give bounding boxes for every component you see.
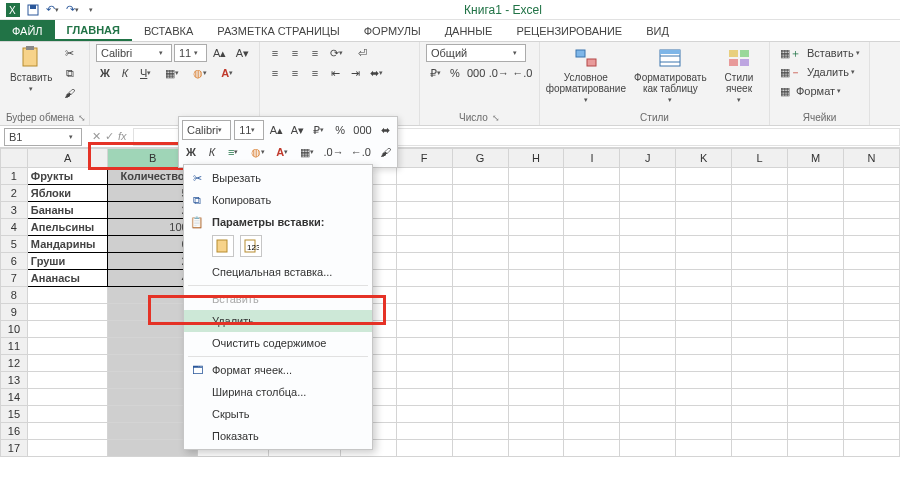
align-middle-icon[interactable]: ≡ <box>286 44 304 62</box>
grow-font-icon[interactable]: A▴ <box>209 44 230 62</box>
mini-format-painter-icon[interactable]: 🖌 <box>376 142 394 162</box>
cell[interactable] <box>27 287 108 304</box>
cell[interactable] <box>732 389 788 406</box>
cell[interactable] <box>452 423 508 440</box>
col-header-K[interactable]: K <box>676 149 732 168</box>
cell[interactable] <box>676 219 732 236</box>
tab-home[interactable]: ГЛАВНАЯ <box>55 20 132 41</box>
cell[interactable] <box>620 406 676 423</box>
cell[interactable] <box>564 253 620 270</box>
cell[interactable] <box>844 287 900 304</box>
col-header-A[interactable]: A <box>27 149 108 168</box>
cell[interactable] <box>676 372 732 389</box>
cell[interactable] <box>452 287 508 304</box>
cell[interactable] <box>508 372 564 389</box>
cell[interactable] <box>396 423 452 440</box>
col-header-F[interactable]: F <box>396 149 452 168</box>
align-top-icon[interactable]: ≡ <box>266 44 284 62</box>
mini-currency-icon[interactable]: ₽▾ <box>309 120 328 140</box>
cell[interactable] <box>508 423 564 440</box>
cell[interactable] <box>452 440 508 457</box>
cell[interactable] <box>676 355 732 372</box>
cell[interactable] <box>676 270 732 287</box>
wrap-text-icon[interactable]: ⏎ <box>353 44 371 62</box>
mini-merge-icon[interactable]: ⬌ <box>376 120 394 140</box>
cell[interactable] <box>844 304 900 321</box>
cell[interactable] <box>620 236 676 253</box>
cell[interactable] <box>676 321 732 338</box>
ctx-column-width[interactable]: Ширина столбца... <box>184 381 372 403</box>
cell[interactable] <box>676 287 732 304</box>
percent-icon[interactable]: % <box>446 64 464 82</box>
cell[interactable] <box>732 202 788 219</box>
align-center-icon[interactable]: ≡ <box>286 64 304 82</box>
cell[interactable]: Бананы <box>27 202 108 219</box>
cell[interactable] <box>27 304 108 321</box>
cell[interactable] <box>564 185 620 202</box>
cut-icon[interactable]: ✂ <box>60 44 79 62</box>
cell[interactable] <box>788 253 844 270</box>
cell[interactable] <box>564 168 620 185</box>
dialog-launcher-icon[interactable]: ⤡ <box>74 113 86 123</box>
cell[interactable] <box>844 253 900 270</box>
mini-comma-icon[interactable]: 000 <box>352 120 373 140</box>
cell[interactable] <box>27 321 108 338</box>
cell[interactable] <box>620 270 676 287</box>
cell[interactable] <box>620 304 676 321</box>
cell[interactable] <box>676 304 732 321</box>
cell[interactable] <box>788 372 844 389</box>
col-header-G[interactable]: G <box>452 149 508 168</box>
cell[interactable]: Ананасы <box>27 270 108 287</box>
cell[interactable] <box>620 287 676 304</box>
cell[interactable]: Яблоки <box>27 185 108 202</box>
cell[interactable] <box>508 406 564 423</box>
row-header-1[interactable]: 1 <box>1 168 28 185</box>
cell[interactable] <box>788 423 844 440</box>
cell[interactable] <box>508 219 564 236</box>
mini-fill-color-icon[interactable]: ◍▾ <box>247 142 270 162</box>
cell[interactable] <box>564 338 620 355</box>
cell[interactable]: Фрукты <box>27 168 108 185</box>
cell[interactable] <box>564 423 620 440</box>
tab-review[interactable]: РЕЦЕНЗИРОВАНИЕ <box>504 20 634 41</box>
cell[interactable] <box>620 253 676 270</box>
cell[interactable] <box>788 270 844 287</box>
mini-font-combo[interactable]: Calibri▾ <box>182 120 231 140</box>
cell[interactable] <box>452 219 508 236</box>
cell[interactable] <box>788 406 844 423</box>
cell[interactable] <box>508 202 564 219</box>
fill-color-button[interactable]: ◍▾ <box>189 64 215 82</box>
cell[interactable] <box>732 372 788 389</box>
cell[interactable] <box>396 202 452 219</box>
cell[interactable] <box>564 389 620 406</box>
cell[interactable] <box>844 440 900 457</box>
cell[interactable] <box>564 355 620 372</box>
cell[interactable] <box>788 219 844 236</box>
cell[interactable] <box>788 287 844 304</box>
col-header-L[interactable]: L <box>732 149 788 168</box>
cancel-icon[interactable]: ✕ <box>92 130 101 143</box>
cell[interactable] <box>564 440 620 457</box>
cell[interactable] <box>844 236 900 253</box>
ctx-hide[interactable]: Скрыть <box>184 403 372 425</box>
copy-icon[interactable]: ⧉ <box>60 64 79 82</box>
cell[interactable] <box>676 338 732 355</box>
cell[interactable] <box>396 304 452 321</box>
dec-decimal-icon[interactable]: ←.0 <box>512 64 533 82</box>
row-header-11[interactable]: 11 <box>1 338 28 355</box>
cell[interactable] <box>508 389 564 406</box>
cell[interactable] <box>788 236 844 253</box>
comma-icon[interactable]: 000 <box>466 64 486 82</box>
cell[interactable] <box>508 253 564 270</box>
cell[interactable] <box>844 423 900 440</box>
cell[interactable] <box>396 406 452 423</box>
redo-icon[interactable]: ↷▾ <box>66 3 80 17</box>
cell[interactable] <box>564 236 620 253</box>
cell[interactable] <box>620 423 676 440</box>
indent-dec-icon[interactable]: ⇤ <box>326 64 344 82</box>
tab-view[interactable]: ВИД <box>634 20 681 41</box>
border-button[interactable]: ▦▾ <box>161 64 187 82</box>
row-header-12[interactable]: 12 <box>1 355 28 372</box>
tab-page-layout[interactable]: РАЗМЕТКА СТРАНИЦЫ <box>205 20 351 41</box>
cell[interactable] <box>676 202 732 219</box>
